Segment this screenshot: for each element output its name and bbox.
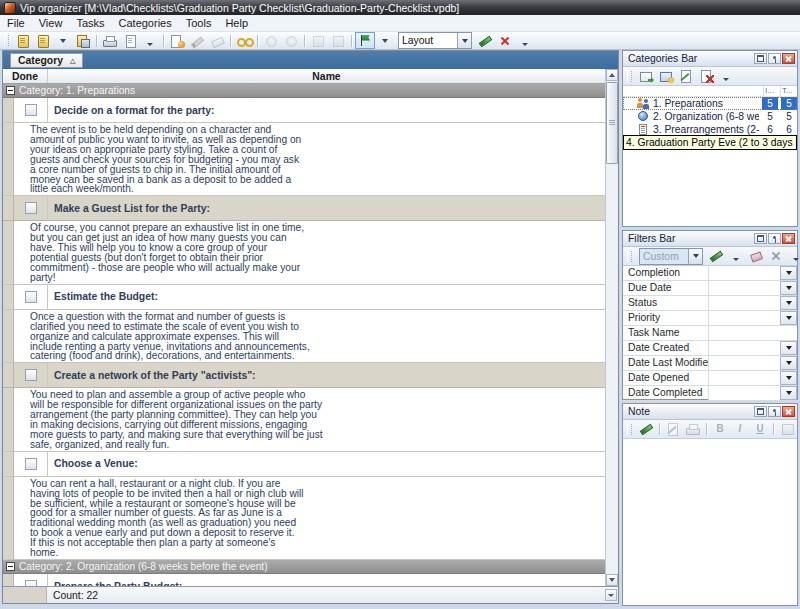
filter-dropdown-button[interactable] (780, 311, 797, 325)
bold-button[interactable] (710, 421, 730, 438)
task-note-row[interactable]: You need to plan and assemble a group of… (3, 388, 605, 451)
filter-value-field[interactable] (709, 356, 780, 370)
save-button[interactable] (73, 32, 93, 49)
delete-category-button[interactable] (696, 68, 716, 85)
categories-column-1[interactable]: I... (763, 86, 780, 96)
task-note-row[interactable]: Once a question with the format and numb… (3, 310, 605, 364)
categories-column-2[interactable]: T... (780, 86, 797, 96)
new-task-button[interactable] (167, 32, 187, 49)
filter-preset-combobox[interactable]: Custom (639, 248, 703, 265)
close-button[interactable] (782, 406, 795, 417)
category-item[interactable]: 2. Organization (6-8 weeks before the55 (623, 110, 797, 123)
menu-item-help[interactable]: Help (218, 15, 255, 31)
pin-button[interactable] (768, 233, 781, 244)
pin-button[interactable] (768, 406, 781, 417)
highlight-button[interactable] (355, 32, 375, 49)
filter-value-field[interactable] (709, 296, 780, 310)
edit-task-button[interactable] (187, 32, 207, 49)
print-button[interactable] (683, 421, 703, 438)
task-row[interactable]: Create a network of the Party "activists… (3, 363, 605, 388)
filter-dropdown-button[interactable] (780, 296, 797, 310)
task-checkbox[interactable] (25, 202, 37, 214)
task-row[interactable]: Decide on a format for the party: (3, 98, 605, 123)
navigate-button[interactable] (308, 32, 328, 49)
maximize-button[interactable] (754, 406, 767, 417)
task-note-row[interactable]: Of course, you cannot prepare an exhaust… (3, 221, 605, 284)
toolbar-grip[interactable] (4, 35, 9, 46)
combobox-dropdown-button[interactable] (688, 249, 702, 264)
filter-value-field[interactable] (709, 341, 780, 355)
notebook-button[interactable] (13, 32, 33, 49)
scrollbar-thumb[interactable] (606, 82, 618, 164)
column-header-name[interactable]: Name (48, 69, 605, 83)
group-by-category-button[interactable]: Category △ (10, 53, 83, 68)
edit-button[interactable] (676, 68, 696, 85)
maximize-button[interactable] (754, 53, 767, 64)
task-checkbox[interactable] (25, 291, 37, 303)
note-editor[interactable] (623, 439, 797, 605)
apply-button[interactable] (706, 248, 726, 265)
scroll-down-button[interactable] (606, 574, 618, 586)
category-group-header[interactable]: Category: 1. Preparations (3, 84, 605, 98)
add-category-button[interactable] (636, 68, 656, 85)
task-row[interactable]: Make a Guest List for the Party: (3, 196, 605, 221)
category-item[interactable]: 1. Preparations55 (623, 97, 797, 110)
menu-item-categories[interactable]: Categories (112, 15, 179, 31)
column-header-done[interactable]: Done (3, 69, 48, 83)
layout-combobox[interactable]: Layout (398, 32, 472, 49)
remove-filter-button[interactable] (766, 248, 786, 265)
underline-button[interactable] (750, 421, 770, 438)
delete-task-button[interactable] (207, 32, 227, 49)
scroll-up-button[interactable] (606, 69, 618, 81)
vertical-scrollbar[interactable] (605, 69, 618, 586)
view-tasks-button[interactable] (234, 32, 254, 49)
reorder-button[interactable] (261, 32, 281, 49)
task-checkbox[interactable] (25, 369, 37, 381)
menu-item-view[interactable]: View (32, 15, 70, 31)
maximize-button[interactable] (754, 233, 767, 244)
filter-value-field[interactable] (709, 281, 780, 295)
more-options-button[interactable] (716, 68, 736, 85)
task-checkbox[interactable] (25, 458, 37, 470)
filter-value-field[interactable] (709, 326, 797, 340)
more-options-button[interactable] (140, 32, 160, 49)
task-note-row[interactable]: The event is to be held depending on a c… (3, 123, 605, 196)
category-group-header[interactable]: Category: 2. Organization (6-8 weeks bef… (3, 560, 605, 574)
combobox-dropdown-button[interactable] (457, 33, 471, 48)
toolbar-grip[interactable] (627, 424, 632, 435)
category-tooltip[interactable]: 4. Graduation Party Eve (2 to 3 days bef… (623, 135, 797, 150)
edit-button[interactable] (663, 421, 683, 438)
dropdown-button[interactable] (375, 32, 395, 49)
filter-dropdown-button[interactable] (780, 386, 797, 400)
filter-value-field[interactable] (709, 371, 780, 385)
more-options-button[interactable] (515, 32, 535, 49)
filter-dropdown-button[interactable] (780, 341, 797, 355)
filter-dropdown-button[interactable] (780, 281, 797, 295)
insert-button[interactable] (777, 421, 797, 438)
print-preview-button[interactable] (120, 32, 140, 49)
notebook-button[interactable] (33, 32, 53, 49)
add-subcategory-button[interactable] (656, 68, 676, 85)
footer-scroll-button[interactable] (605, 589, 617, 601)
task-checkbox[interactable] (25, 104, 37, 116)
title-bar[interactable]: Vip organizer [M:\Vlad\Checklists\Gradua… (0, 0, 800, 15)
italic-button[interactable] (730, 421, 750, 438)
navigate-button[interactable] (328, 32, 348, 49)
scrollbar-track[interactable] (606, 165, 618, 574)
more-options-button[interactable] (726, 248, 746, 265)
more-options-button[interactable] (786, 248, 800, 265)
collapse-icon[interactable] (6, 562, 15, 571)
filter-dropdown-button[interactable] (780, 356, 797, 370)
filter-dropdown-button[interactable] (780, 266, 797, 280)
clear-filter-button[interactable] (746, 248, 766, 265)
apply-button[interactable] (636, 421, 656, 438)
task-row[interactable]: Choose a Venue: (3, 452, 605, 477)
close-button[interactable] (782, 53, 795, 64)
collapse-icon[interactable] (6, 86, 15, 95)
filter-dropdown-button[interactable] (780, 371, 797, 385)
task-note-row[interactable]: You can rent a hall, restaurant or a nig… (3, 477, 605, 560)
reorder-button[interactable] (281, 32, 301, 49)
menu-item-file[interactable]: File (0, 15, 32, 31)
toolbar-grip[interactable] (627, 71, 632, 82)
task-row[interactable]: Prepare the Party Budget: (3, 574, 605, 586)
